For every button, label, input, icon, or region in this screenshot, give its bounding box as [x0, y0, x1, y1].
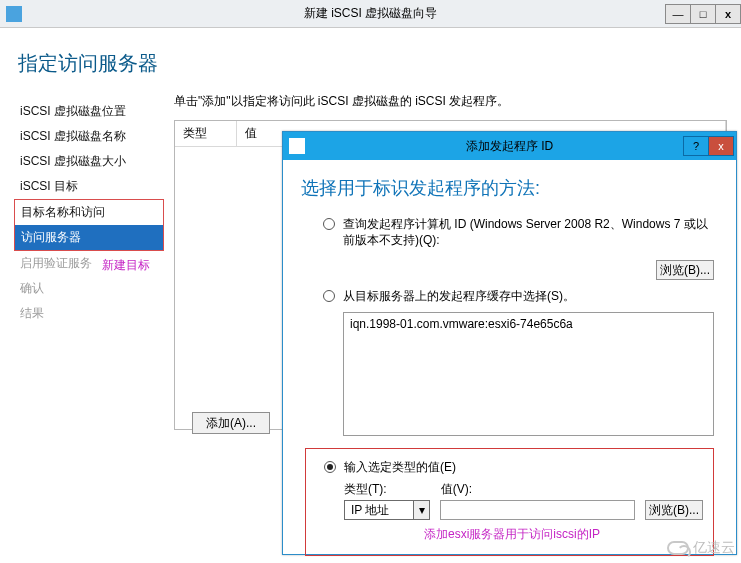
type-select-value: IP 地址: [345, 502, 413, 519]
radio-query[interactable]: [323, 218, 335, 230]
minimize-button[interactable]: —: [665, 4, 691, 24]
radio-enter-value[interactable]: [324, 461, 336, 473]
dialog-titlebar: 添加发起程序 ID ? x: [283, 132, 736, 160]
sidebar-item-auth: 启用验证服务: [14, 251, 98, 276]
dialog-icon: [289, 138, 305, 154]
label-enter-value: 输入选定类型的值(E): [344, 459, 703, 475]
label-query: 查询发起程序计算机 ID (Windows Server 2008 R2、Win…: [343, 216, 714, 248]
sidebar-item-access-servers[interactable]: 访问服务器: [15, 225, 163, 250]
type-select[interactable]: IP 地址 ▾: [344, 500, 430, 520]
type-label: 类型(T):: [344, 481, 387, 498]
browse-button-2[interactable]: 浏览(B)...: [645, 500, 703, 520]
close-button[interactable]: x: [715, 4, 741, 24]
sidebar-item-target[interactable]: iSCSI 目标: [14, 174, 164, 199]
initiator-cache-list[interactable]: iqn.1998-01.com.vmware:esxi6-74e65c6a: [343, 312, 714, 436]
value-label: 值(V):: [441, 481, 472, 498]
dialog-title: 添加发起程序 ID: [466, 138, 553, 155]
list-item[interactable]: iqn.1998-01.com.vmware:esxi6-74e65c6a: [350, 317, 707, 331]
label-select-cache: 从目标服务器上的发起程序缓存中选择(S)。: [343, 288, 714, 304]
sidebar-item-location[interactable]: iSCSI 虚拟磁盘位置: [14, 99, 164, 124]
annotation-new-target: 新建目标: [98, 257, 150, 274]
add-initiator-dialog: 添加发起程序 ID ? x 选择用于标识发起程序的方法: 查询发起程序计算机 I…: [282, 131, 737, 555]
radio-select-cache[interactable]: [323, 290, 335, 302]
browse-button-1[interactable]: 浏览(B)...: [656, 260, 714, 280]
cloud-icon: [667, 541, 689, 555]
sidebar-item-name[interactable]: iSCSI 虚拟磁盘名称: [14, 124, 164, 149]
sidebar-item-target-name[interactable]: 目标名称和访问: [15, 200, 163, 225]
sidebar-item-size[interactable]: iSCSI 虚拟磁盘大小: [14, 149, 164, 174]
sidebar-item-result: 结果: [14, 301, 164, 326]
watermark: 亿速云: [667, 539, 735, 557]
maximize-button[interactable]: □: [690, 4, 716, 24]
value-input[interactable]: [440, 500, 635, 520]
dialog-heading: 选择用于标识发起程序的方法:: [283, 160, 736, 212]
wizard-title: 新建 iSCSI 虚拟磁盘向导: [304, 5, 437, 22]
col-type[interactable]: 类型: [175, 121, 237, 146]
sidebar-item-confirm: 确认: [14, 276, 164, 301]
dialog-help-button[interactable]: ?: [683, 136, 709, 156]
instruction-text: 单击"添加"以指定将访问此 iSCSI 虚拟磁盘的 iSCSI 发起程序。: [174, 93, 727, 110]
dialog-close-button[interactable]: x: [708, 136, 734, 156]
enter-value-group: 输入选定类型的值(E) 类型(T): 值(V): IP 地址 ▾ 浏览(B)..…: [305, 448, 714, 556]
wizard-sidebar: iSCSI 虚拟磁盘位置 iSCSI 虚拟磁盘名称 iSCSI 虚拟磁盘大小 i…: [14, 93, 164, 430]
add-button[interactable]: 添加(A)...: [192, 412, 270, 434]
chevron-down-icon: ▾: [413, 501, 429, 519]
page-heading: 指定访问服务器: [0, 28, 741, 93]
app-icon: [6, 6, 22, 22]
annotation-add-esxi-ip: 添加esxi服务器用于访问iscsi的IP: [424, 526, 703, 543]
wizard-titlebar: 新建 iSCSI 虚拟磁盘向导 — □ x: [0, 0, 741, 28]
